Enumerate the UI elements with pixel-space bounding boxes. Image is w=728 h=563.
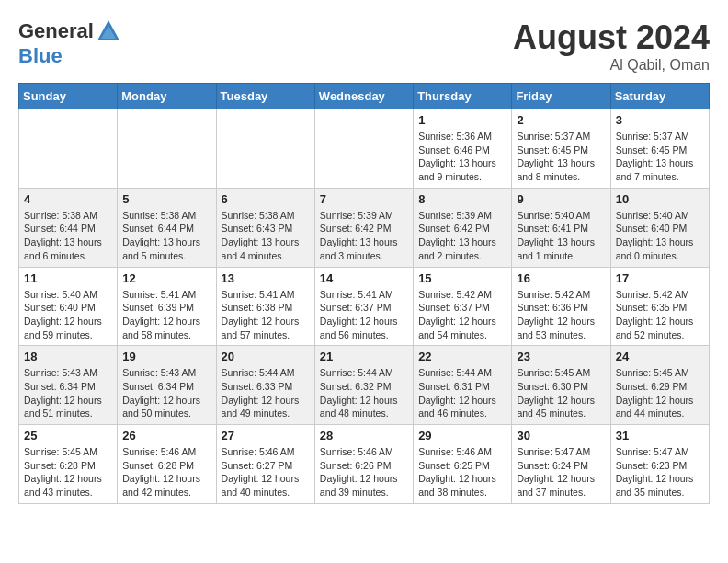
day-number: 12	[122, 271, 210, 285]
calendar-cell: 19Sunrise: 5:43 AMSunset: 6:34 PMDayligh…	[118, 346, 216, 425]
day-number: 7	[320, 192, 408, 206]
day-number: 5	[122, 192, 210, 206]
day-number: 25	[24, 429, 112, 442]
logo-general-text: General	[18, 19, 94, 43]
logo-icon	[96, 18, 121, 44]
day-number: 4	[24, 192, 112, 206]
day-info: Sunrise: 5:41 AMSunset: 6:39 PMDaylight:…	[122, 288, 210, 342]
calendar-cell: 14Sunrise: 5:41 AMSunset: 6:37 PMDayligh…	[314, 267, 413, 346]
day-number: 1	[418, 113, 506, 127]
day-number: 28	[320, 429, 408, 442]
calendar-cell: 31Sunrise: 5:47 AMSunset: 6:23 PMDayligh…	[610, 425, 709, 504]
day-info: Sunrise: 5:38 AMSunset: 6:44 PMDaylight:…	[24, 209, 112, 263]
calendar-table: SundayMondayTuesdayWednesdayThursdayFrid…	[18, 83, 710, 504]
calendar-cell: 1Sunrise: 5:36 AMSunset: 6:46 PMDaylight…	[414, 109, 512, 189]
calendar-cell: 16Sunrise: 5:42 AMSunset: 6:36 PMDayligh…	[512, 267, 610, 346]
day-info: Sunrise: 5:44 AMSunset: 6:33 PMDaylight:…	[222, 366, 310, 420]
calendar-cell: 24Sunrise: 5:45 AMSunset: 6:29 PMDayligh…	[610, 346, 709, 425]
calendar-cell: 23Sunrise: 5:45 AMSunset: 6:30 PMDayligh…	[512, 346, 610, 425]
day-info: Sunrise: 5:40 AMSunset: 6:41 PMDaylight:…	[517, 209, 605, 263]
month-year: August 2024	[513, 18, 710, 57]
day-info: Sunrise: 5:46 AMSunset: 6:28 PMDaylight:…	[122, 445, 210, 500]
calendar-cell: 30Sunrise: 5:47 AMSunset: 6:24 PMDayligh…	[512, 425, 610, 504]
day-info: Sunrise: 5:39 AMSunset: 6:42 PMDaylight:…	[418, 209, 506, 263]
calendar-cell: 20Sunrise: 5:44 AMSunset: 6:33 PMDayligh…	[216, 346, 314, 425]
day-number: 22	[418, 350, 506, 363]
calendar-cell: 5Sunrise: 5:38 AMSunset: 6:44 PMDaylight…	[118, 188, 216, 267]
calendar-cell	[314, 109, 413, 189]
day-number: 24	[616, 350, 704, 363]
day-info: Sunrise: 5:42 AMSunset: 6:36 PMDaylight:…	[517, 288, 605, 342]
day-info: Sunrise: 5:45 AMSunset: 6:30 PMDaylight:…	[517, 366, 605, 420]
day-number: 26	[122, 429, 210, 442]
day-number: 16	[517, 271, 605, 285]
calendar-cell: 25Sunrise: 5:45 AMSunset: 6:28 PMDayligh…	[19, 425, 118, 504]
day-number: 14	[320, 271, 408, 285]
calendar-cell: 21Sunrise: 5:44 AMSunset: 6:32 PMDayligh…	[314, 346, 413, 425]
calendar-cell: 27Sunrise: 5:46 AMSunset: 6:27 PMDayligh…	[216, 425, 314, 504]
day-number: 20	[222, 350, 310, 363]
day-info: Sunrise: 5:40 AMSunset: 6:40 PMDaylight:…	[616, 209, 704, 263]
day-number: 6	[222, 192, 310, 206]
day-info: Sunrise: 5:46 AMSunset: 6:25 PMDaylight:…	[418, 445, 506, 500]
calendar-week-row: 4Sunrise: 5:38 AMSunset: 6:44 PMDaylight…	[19, 188, 710, 267]
day-number: 29	[418, 429, 506, 442]
day-info: Sunrise: 5:47 AMSunset: 6:23 PMDaylight:…	[616, 445, 704, 500]
day-number: 21	[320, 350, 408, 363]
page-header: General Blue August 2024 Al Qabil, Oman	[18, 18, 710, 74]
day-number: 17	[616, 271, 704, 285]
day-info: Sunrise: 5:38 AMSunset: 6:44 PMDaylight:…	[122, 209, 210, 263]
calendar-cell: 28Sunrise: 5:46 AMSunset: 6:26 PMDayligh…	[314, 425, 413, 504]
day-info: Sunrise: 5:46 AMSunset: 6:27 PMDaylight:…	[222, 445, 310, 500]
title-block: August 2024 Al Qabil, Oman	[513, 18, 710, 74]
day-info: Sunrise: 5:45 AMSunset: 6:29 PMDaylight:…	[616, 366, 704, 420]
day-info: Sunrise: 5:36 AMSunset: 6:46 PMDaylight:…	[418, 130, 506, 184]
day-info: Sunrise: 5:41 AMSunset: 6:38 PMDaylight:…	[222, 288, 310, 342]
calendar-cell	[19, 109, 118, 189]
calendar-cell: 7Sunrise: 5:39 AMSunset: 6:42 PMDaylight…	[314, 188, 413, 267]
day-number: 3	[616, 113, 704, 127]
day-number: 8	[418, 192, 506, 206]
day-info: Sunrise: 5:44 AMSunset: 6:31 PMDaylight:…	[418, 366, 506, 420]
day-number: 9	[517, 192, 605, 206]
day-number: 31	[616, 429, 704, 442]
day-header-friday: Friday	[512, 84, 610, 109]
day-header-wednesday: Wednesday	[314, 84, 413, 109]
day-number: 19	[122, 350, 210, 363]
calendar-cell: 12Sunrise: 5:41 AMSunset: 6:39 PMDayligh…	[118, 267, 216, 346]
calendar-cell	[216, 109, 314, 189]
calendar-cell: 15Sunrise: 5:42 AMSunset: 6:37 PMDayligh…	[414, 267, 512, 346]
calendar-cell	[118, 109, 216, 189]
calendar-cell: 4Sunrise: 5:38 AMSunset: 6:44 PMDaylight…	[19, 188, 118, 267]
calendar-cell: 29Sunrise: 5:46 AMSunset: 6:25 PMDayligh…	[414, 425, 512, 504]
day-header-sunday: Sunday	[19, 84, 118, 109]
day-info: Sunrise: 5:47 AMSunset: 6:24 PMDaylight:…	[517, 445, 605, 500]
day-header-monday: Monday	[118, 84, 216, 109]
calendar-cell: 8Sunrise: 5:39 AMSunset: 6:42 PMDaylight…	[414, 188, 512, 267]
day-number: 2	[517, 113, 605, 127]
day-number: 15	[418, 271, 506, 285]
day-info: Sunrise: 5:44 AMSunset: 6:32 PMDaylight:…	[320, 366, 408, 420]
calendar-week-row: 11Sunrise: 5:40 AMSunset: 6:40 PMDayligh…	[19, 267, 710, 346]
day-header-saturday: Saturday	[610, 84, 709, 109]
day-info: Sunrise: 5:42 AMSunset: 6:35 PMDaylight:…	[616, 288, 704, 342]
calendar-cell: 9Sunrise: 5:40 AMSunset: 6:41 PMDaylight…	[512, 188, 610, 267]
calendar-cell: 2Sunrise: 5:37 AMSunset: 6:45 PMDaylight…	[512, 109, 610, 189]
day-info: Sunrise: 5:37 AMSunset: 6:45 PMDaylight:…	[616, 130, 704, 184]
day-number: 23	[517, 350, 605, 363]
calendar-cell: 10Sunrise: 5:40 AMSunset: 6:40 PMDayligh…	[610, 188, 709, 267]
day-number: 27	[222, 429, 310, 442]
day-info: Sunrise: 5:42 AMSunset: 6:37 PMDaylight:…	[418, 288, 506, 342]
day-number: 18	[24, 350, 112, 363]
location: Al Qabil, Oman	[513, 57, 710, 74]
calendar-week-row: 1Sunrise: 5:36 AMSunset: 6:46 PMDaylight…	[19, 109, 710, 189]
day-header-tuesday: Tuesday	[216, 84, 314, 109]
day-number: 30	[517, 429, 605, 442]
day-number: 10	[616, 192, 704, 206]
calendar-cell: 6Sunrise: 5:38 AMSunset: 6:43 PMDaylight…	[216, 188, 314, 267]
day-number: 13	[222, 271, 310, 285]
calendar-week-row: 18Sunrise: 5:43 AMSunset: 6:34 PMDayligh…	[19, 346, 710, 425]
calendar-week-row: 25Sunrise: 5:45 AMSunset: 6:28 PMDayligh…	[19, 425, 710, 504]
day-number: 11	[24, 271, 112, 285]
day-info: Sunrise: 5:39 AMSunset: 6:42 PMDaylight:…	[320, 209, 408, 263]
